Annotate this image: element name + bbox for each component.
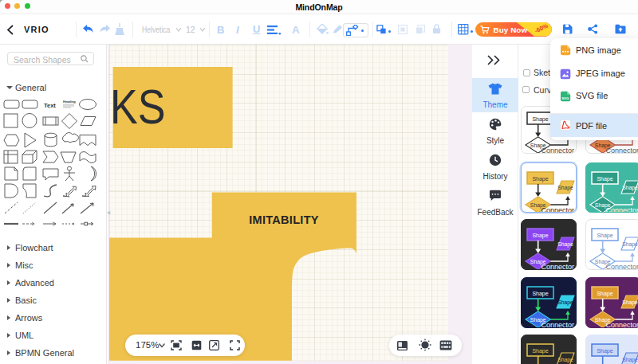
svg-text:Shape: Shape <box>557 357 573 363</box>
svg-text:Shape: Shape <box>597 348 612 354</box>
svg-text:Shape: Shape <box>532 290 548 296</box>
svg-text:Shape: Shape <box>622 184 638 190</box>
svg-text:KS: KS <box>110 79 166 134</box>
svg-text:Connector: Connector <box>541 147 574 154</box>
svg-text:Connector: Connector <box>541 205 574 212</box>
svg-text:Heading: Heading <box>63 100 76 104</box>
svg-text:Shape: Shape <box>557 184 573 190</box>
svg-text:Shape: Shape <box>557 299 573 305</box>
svg-text:Connector: Connector <box>605 147 638 154</box>
svg-text:Shape: Shape <box>532 233 548 239</box>
svg-text:Shape: Shape <box>532 175 548 182</box>
svg-text:Connector: Connector <box>605 205 638 212</box>
svg-text:Connector: Connector <box>541 263 574 270</box>
svg-text:Shape: Shape <box>597 290 612 296</box>
svg-text:Shape: Shape <box>622 241 638 248</box>
svg-text:Shape: Shape <box>622 357 638 363</box>
svg-text:Connector: Connector <box>605 263 638 270</box>
svg-text:IMITABILITY: IMITABILITY <box>249 213 319 226</box>
svg-text:Shape: Shape <box>557 241 573 248</box>
svg-text:Shape: Shape <box>532 348 548 354</box>
svg-text:Text: Text <box>44 102 56 109</box>
svg-text:Shape: Shape <box>597 233 612 239</box>
svg-text:Connector: Connector <box>541 320 574 327</box>
svg-text:SVG: SVG <box>561 96 569 100</box>
svg-text:Shape: Shape <box>622 299 638 305</box>
svg-text:Shape: Shape <box>597 175 612 182</box>
svg-text:Connector: Connector <box>605 320 638 327</box>
svg-text:Shape: Shape <box>532 116 548 123</box>
